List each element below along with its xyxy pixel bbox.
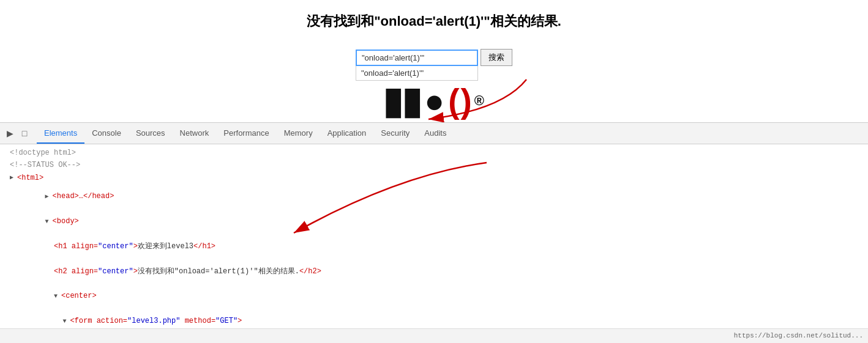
code-text: "center" <box>98 265 133 278</box>
status-bar: https://blog.csdn.net/solitud... <box>0 328 868 343</box>
devtools-bar: ▶ □ Elements Console Sources Network Per… <box>0 122 868 144</box>
expand-icon[interactable]: ▼ <box>62 316 70 326</box>
code-text: <head>…</head> <box>53 190 114 202</box>
search-button[interactable]: 搜索 <box>481 49 512 66</box>
expand-icon[interactable]: ▶ <box>10 172 17 183</box>
devtools-icons: ▶ □ <box>2 127 32 140</box>
code-text: > <box>133 240 138 253</box>
autocomplete-item[interactable]: "onload='alert(1)'" <box>356 66 477 80</box>
code-text: > <box>238 315 242 327</box>
code-line: <!--STATUS OK--> <box>0 159 868 171</box>
tab-security[interactable]: Security <box>373 123 417 144</box>
code-line: <!doctype html> <box>0 147 868 159</box>
code-text: </h2> <box>299 265 321 278</box>
code-text: <h2 align= <box>54 265 98 278</box>
code-text: <!doctype html> <box>10 147 76 159</box>
code-text: method= <box>180 315 215 327</box>
code-text: <form action= <box>70 315 127 327</box>
tab-memory[interactable]: Memory <box>277 123 320 144</box>
code-area: <!doctype html> <!--STATUS OK--> ▶ <html… <box>0 144 868 343</box>
code-line: ▼ <center> <box>0 284 868 309</box>
browser-content: 没有找到和"onload='alert(1)'"相关的结果. 搜索 "onloa… <box>0 0 868 122</box>
code-text: <center> <box>61 290 97 302</box>
code-text: > <box>133 265 138 278</box>
code-text: "center" <box>98 240 133 253</box>
code-text: </h1> <box>193 240 215 253</box>
code-text: <html> <box>17 172 43 184</box>
search-row: 搜索 "onload='alert(1)'" <box>356 49 512 66</box>
expand-icon[interactable]: ▶ <box>45 191 53 202</box>
logo: ▮ ▮ ● ( ) ® <box>383 79 485 122</box>
inspector-icon[interactable]: □ <box>18 127 31 140</box>
code-line: <h2 align="center">没有找到和"onload='alert(1… <box>0 259 868 284</box>
cursor-icon[interactable]: ▶ <box>3 127 17 140</box>
devtools-tabs: Elements Console Sources Network Perform… <box>37 123 454 144</box>
tab-console[interactable]: Console <box>84 123 129 144</box>
tab-elements[interactable]: Elements <box>37 123 84 144</box>
status-url: https://blog.csdn.net/solitud... <box>734 332 863 339</box>
autocomplete-dropdown: "onload='alert(1)'" <box>356 66 478 81</box>
page-title: 没有找到和"onload='alert(1)'"相关的结果. <box>307 12 561 31</box>
tab-sources[interactable]: Sources <box>129 123 173 144</box>
code-text: "level3.php" <box>127 315 180 327</box>
code-line: <h1 align="center">欢迎来到level3</h1> <box>0 234 868 259</box>
code-text: "GET" <box>215 315 238 327</box>
tab-network[interactable]: Network <box>173 123 217 144</box>
expand-icon[interactable]: ▼ <box>54 291 61 301</box>
code-text: <body> <box>53 215 79 227</box>
tab-audits[interactable]: Audits <box>417 123 454 144</box>
tab-application[interactable]: Application <box>320 123 374 144</box>
code-text: <h1 align= <box>54 240 98 253</box>
code-line: ▶ <html> <box>0 172 868 184</box>
code-text: <!--STATUS OK--> <box>10 159 80 171</box>
code-text: 没有找到和"onload='alert(1)'"相关的结果. <box>138 265 299 278</box>
code-text: 欢迎来到level3 <box>138 240 193 253</box>
code-line: ▼ <body> <box>0 209 868 234</box>
search-input[interactable] <box>356 50 478 66</box>
expand-icon[interactable]: ▼ <box>45 216 53 227</box>
devtools-body: <!doctype html> <!--STATUS OK--> ▶ <html… <box>0 144 868 343</box>
code-line: ▶ <head>…</head> <box>0 184 868 209</box>
tab-performance[interactable]: Performance <box>216 123 276 144</box>
